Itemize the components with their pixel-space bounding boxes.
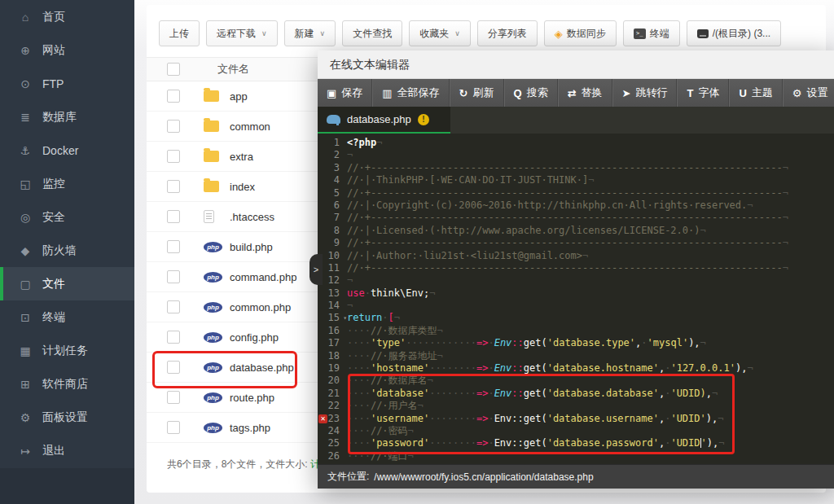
remote-download-button[interactable]: 远程下载∨	[206, 20, 278, 46]
sidebar-item-home[interactable]: ⌂首页	[0, 0, 134, 33]
upload-button[interactable]: 上传	[159, 20, 200, 46]
row-checkbox[interactable]	[167, 270, 180, 283]
file-search-button[interactable]: 文件查找	[342, 20, 402, 46]
row-checkbox[interactable]	[167, 180, 180, 193]
file-name[interactable]: index	[230, 181, 255, 193]
refresh-button[interactable]: ↻刷新	[450, 79, 504, 107]
sidebar-item-terminal[interactable]: ⊡终端	[0, 300, 134, 334]
row-checkbox[interactable]	[167, 331, 180, 344]
sidebar-item-label: 退出	[42, 444, 65, 458]
row-checkbox[interactable]	[167, 300, 180, 313]
line-number: 7	[318, 212, 347, 224]
chevron-down-icon: ∨	[261, 29, 267, 37]
row-checkbox[interactable]	[167, 120, 180, 133]
button-label: 保存	[341, 85, 362, 100]
app-store-icon: ⊞	[19, 378, 32, 391]
editor-statusbar: 文件位置: /www/wwwroot/fy.ios5.cn/applicatio…	[318, 464, 834, 489]
sidebar-item-docker[interactable]: ⚓Docker	[0, 134, 134, 167]
goto-line-button[interactable]: ➤跳转行	[612, 79, 678, 107]
sidebar-item-app-store[interactable]: ⊞软件商店	[0, 367, 134, 401]
line-number: 8	[318, 225, 347, 237]
sidebar-item-firewall[interactable]: ◆防火墙	[0, 234, 134, 267]
button-label: 替换	[582, 85, 603, 100]
root-dir-button[interactable]: /(根目录) (3...	[687, 20, 781, 46]
docker-icon: ⚓	[19, 144, 32, 157]
settings-button[interactable]: ⚙设置	[783, 79, 834, 107]
sidebar-item-panel-settings[interactable]: ⚙面板设置	[0, 401, 134, 434]
line-number: ✕23	[318, 413, 347, 425]
theme-button[interactable]: U主题	[729, 79, 782, 107]
button-label: 收藏夹	[419, 27, 449, 41]
code-line-16: 16····//·数据库类型¬	[318, 325, 834, 337]
terminal-button[interactable]: >_终端	[623, 20, 680, 46]
replace-button[interactable]: ⇄替换	[558, 79, 612, 107]
data-sync-button[interactable]: ◈数据同步	[544, 20, 617, 46]
code-line-6: 6//·|·Copyright·(c)·2006~2016·http://thi…	[318, 199, 834, 212]
file-location-label: 文件位置:	[327, 470, 369, 484]
folder-icon	[204, 121, 219, 132]
button-label: 上传	[169, 27, 189, 41]
file-name[interactable]: command.php	[230, 271, 296, 283]
files-icon: ▢	[19, 278, 32, 291]
file-name[interactable]: build.php	[230, 241, 273, 253]
code-line-15: 15▾return·[¬	[318, 312, 834, 324]
row-checkbox[interactable]	[167, 421, 180, 434]
sidebar-item-logout[interactable]: ↦退出	[0, 434, 134, 467]
sidebar-item-monitor[interactable]: ◱监控	[0, 167, 134, 200]
font-button[interactable]: T字体	[677, 79, 729, 107]
sidebar-item-cron[interactable]: ▦计划任务	[0, 334, 134, 367]
file-name[interactable]: route.php	[230, 392, 274, 404]
php-file-icon: php	[204, 242, 222, 252]
line-number: 5	[318, 187, 347, 199]
filename-column-header: 文件名	[217, 62, 249, 77]
file-name[interactable]: app	[230, 90, 248, 103]
row-checkbox[interactable]	[167, 391, 180, 404]
file-name[interactable]: extra	[230, 151, 253, 163]
code-area[interactable]: 1<?php¬2¬3//·+--------------------------…	[318, 134, 834, 464]
sidebar-item-website[interactable]: ⊕网站	[0, 33, 134, 67]
row-checkbox[interactable]	[167, 90, 180, 103]
data-sync-gem-icon: ◈	[555, 28, 563, 40]
sidebar-item-label: 面板设置	[42, 410, 88, 425]
line-number: 2	[318, 149, 347, 161]
code-line-21: 21····'database'········=>·Env::get('dat…	[318, 388, 834, 400]
code-line-14: 14¬	[318, 300, 834, 312]
line-number: 19	[318, 362, 347, 375]
file-name[interactable]: common	[230, 121, 270, 133]
button-label: 全部保存	[397, 85, 440, 100]
file-name[interactable]: common.php	[230, 301, 291, 313]
row-checkbox[interactable]	[167, 240, 180, 253]
share-list-button[interactable]: 分享列表	[477, 20, 538, 46]
folder-icon	[204, 181, 219, 192]
file-name[interactable]: .htaccess	[230, 211, 274, 223]
editor-tab-database-php[interactable]: database.php !	[318, 107, 450, 134]
sidebar-item-ftp[interactable]: ⊙FTP	[0, 67, 134, 100]
code-line-10: 10//·|·Author:·liu21st·<liu21st@gmail.co…	[318, 250, 834, 262]
favorites-button[interactable]: 收藏夹∨	[409, 20, 471, 46]
select-all-checkbox[interactable]	[167, 63, 180, 76]
row-checkbox[interactable]	[167, 150, 180, 163]
row-checkbox[interactable]	[167, 210, 180, 223]
file-name[interactable]: database.php	[230, 362, 294, 374]
sidebar-item-label: 文件	[42, 277, 65, 291]
sidebar-item-database[interactable]: ≣数据库	[0, 100, 134, 134]
terminal-icon: ⊡	[19, 311, 32, 324]
save-button[interactable]: ▣保存	[318, 79, 372, 107]
editor-dialog: 在线文本编辑器 ▣保存▥全部保存↻刷新Q搜索⇄替换➤跳转行T字体U主题⚙设置 d…	[318, 50, 834, 489]
editor-collapse-handle[interactable]: >	[309, 254, 323, 285]
line-number: 17	[318, 337, 347, 349]
file-name[interactable]: config.php	[230, 331, 279, 344]
sidebar-item-label: Docker	[42, 144, 78, 157]
row-checkbox[interactable]	[167, 361, 180, 374]
sidebar-item-label: 数据库	[42, 110, 77, 125]
new-button[interactable]: 新建∨	[284, 20, 336, 46]
file-name[interactable]: tags.php	[230, 422, 270, 434]
search-button[interactable]: Q搜索	[504, 79, 558, 107]
file-list-summary: 共6个目录，8个文件，文件大小: 计算	[167, 458, 330, 471]
sidebar-item-security[interactable]: ◎安全	[0, 200, 134, 234]
goto-line-icon: ➤	[622, 87, 631, 99]
fold-arrow-icon[interactable]: ▾	[343, 312, 347, 324]
button-label: 远程下载	[217, 27, 256, 41]
save-all-button[interactable]: ▥全部保存	[372, 79, 449, 107]
sidebar-item-files[interactable]: ▢文件	[0, 267, 134, 300]
